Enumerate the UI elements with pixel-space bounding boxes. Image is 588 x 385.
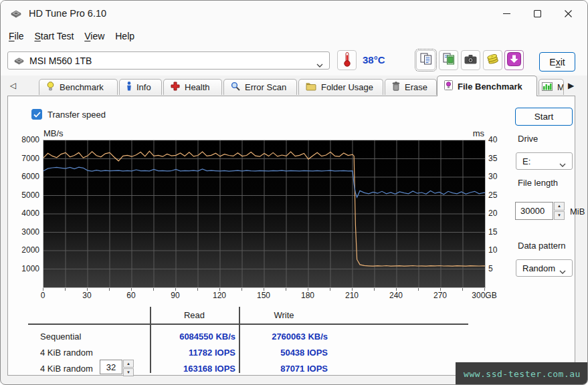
- axis-tick-label: 25: [488, 190, 497, 200]
- chevron-down-icon: [559, 266, 566, 276]
- axis-tick-label: 5: [488, 264, 493, 273]
- axis-tick-label: 8000: [8, 135, 39, 144]
- minimize-button[interactable]: [491, 1, 522, 26]
- axis-tick-label: 1000: [8, 264, 39, 273]
- start-button[interactable]: Start: [515, 108, 573, 126]
- sequential-read-value: 6084550 KB/s: [150, 332, 235, 342]
- check-icon: [33, 112, 41, 118]
- random-qd-write-value: 87071 IOPS: [239, 364, 328, 374]
- tab-label: Health: [185, 82, 210, 92]
- axis-tick-label: 120: [203, 291, 236, 300]
- spinner-up-icon[interactable]: ▲: [554, 202, 565, 211]
- x-axis-tick-mark: [286, 288, 286, 291]
- row-label-4kib-random-qd: 4 KiB random: [40, 364, 93, 374]
- copy-image-button[interactable]: [439, 50, 458, 70]
- close-button[interactable]: [553, 1, 583, 26]
- file-benchmark-panel: Transfer speed MB/s ms 80007000600050004…: [7, 96, 575, 376]
- tab-more[interactable]: M...: [538, 79, 564, 95]
- axis-tick-label: 0: [26, 291, 60, 300]
- file-benchmark-icon: [444, 80, 453, 92]
- toolbar: MSI M560 1TB 38°C: [1, 45, 587, 76]
- info-icon: [126, 82, 132, 93]
- queue-depth-input[interactable]: 32: [100, 360, 122, 374]
- drive-dropdown[interactable]: E:: [516, 152, 573, 170]
- x-axis-tick-mark: [330, 288, 330, 291]
- maximize-button[interactable]: [522, 1, 553, 26]
- spinner-down-icon[interactable]: ▼: [123, 368, 134, 376]
- x-axis-tick-mark: [374, 288, 375, 291]
- disk-icon: [13, 57, 25, 65]
- trash-icon: [392, 82, 400, 93]
- y-right-axis-unit: ms: [431, 128, 484, 138]
- spinner-up-icon[interactable]: ▲: [123, 360, 134, 368]
- tab-label: Folder Usage: [321, 82, 373, 92]
- sequential-write-value: 2760063 KB/s: [239, 332, 328, 342]
- transfer-speed-checkbox[interactable]: [31, 109, 42, 120]
- save-results-button[interactable]: [504, 50, 524, 70]
- file-length-label: File length: [518, 178, 558, 188]
- menu-help[interactable]: Help: [111, 29, 138, 43]
- tab-file-benchmark[interactable]: File Benchmark: [437, 76, 537, 96]
- lightbulb-icon: [46, 82, 55, 93]
- spinner-down-icon[interactable]: ▼: [554, 211, 565, 220]
- axis-tick-label: 6000: [8, 172, 39, 181]
- tab-error-scan[interactable]: Error Scan: [223, 79, 297, 95]
- x-axis-tick-mark: [197, 288, 198, 291]
- copy-image-icon: [443, 53, 455, 68]
- drive-selector-combobox[interactable]: MSI M560 1TB: [7, 51, 330, 70]
- disk-stack-button[interactable]: [483, 50, 502, 70]
- x-axis-tick-mark: [153, 288, 154, 291]
- tab-label: Benchmark: [60, 82, 104, 92]
- tab-info[interactable]: Info: [119, 79, 162, 95]
- axis-tick-label: 300GB: [468, 291, 501, 300]
- chevron-left-icon[interactable]: ◁: [10, 81, 16, 90]
- thermometer-icon: [343, 51, 351, 70]
- menu-view[interactable]: View: [80, 29, 108, 43]
- tab-erase[interactable]: Erase: [385, 79, 437, 95]
- axis-tick-label: 7000: [8, 154, 39, 163]
- app-disk-icon: [10, 9, 22, 18]
- exit-button[interactable]: Exit: [539, 52, 575, 72]
- x-axis-tick-mark: [219, 288, 220, 291]
- queue-depth-value: 32: [106, 362, 116, 372]
- axis-tick-label: 15: [488, 227, 497, 237]
- screenshot-button[interactable]: [461, 50, 480, 70]
- x-axis-tick-mark: [241, 288, 242, 291]
- x-axis-tick-mark: [43, 288, 43, 291]
- tab-health[interactable]: Health: [163, 79, 222, 95]
- folder-icon: [306, 82, 316, 93]
- axis-tick-label: 240: [379, 291, 413, 300]
- data-pattern-label: Data pattern: [518, 241, 566, 251]
- x-axis-tick-mark: [109, 288, 110, 291]
- tab-label: Erase: [405, 82, 427, 92]
- tab-label: M...: [557, 82, 564, 92]
- x-axis-tick-mark: [352, 288, 353, 291]
- tab-benchmark[interactable]: Benchmark: [39, 79, 118, 95]
- tab-label: Info: [136, 82, 151, 92]
- axis-tick-label: 150: [247, 291, 280, 300]
- tab-folder-usage[interactable]: Folder Usage: [298, 79, 383, 95]
- tab-label: File Benchmark: [458, 82, 522, 92]
- title-bar: HD Tune Pro 6.10: [1, 1, 587, 26]
- copy-text-button[interactable]: [416, 50, 435, 70]
- camera-icon: [464, 54, 477, 67]
- x-axis-tick-mark: [418, 288, 419, 291]
- data-pattern-dropdown[interactable]: Random: [516, 259, 573, 277]
- watermark: www.ssd-tester.com.au: [456, 362, 588, 385]
- x-axis-tick-mark: [440, 288, 441, 291]
- axis-tick-label: 210: [335, 291, 369, 300]
- file-length-input[interactable]: 30000: [515, 202, 553, 220]
- menu-start-test[interactable]: Start Test: [30, 29, 78, 43]
- menu-file[interactable]: File: [5, 29, 28, 43]
- random-qd-read-value: 163168 IOPS: [150, 364, 235, 374]
- app-window: HD Tune Pro 6.10 File Start Test View He…: [0, 0, 588, 385]
- axis-tick-label: 5000: [8, 190, 39, 200]
- axis-tick-label: 2000: [8, 245, 39, 255]
- queue-depth-spinner: ▲ ▼: [123, 360, 134, 376]
- axis-tick-label: 30: [488, 172, 497, 181]
- save-download-icon: [507, 52, 521, 69]
- chevron-right-icon[interactable]: ▶: [568, 81, 574, 90]
- temperature-button[interactable]: [337, 50, 357, 70]
- axis-tick-label: 4000: [8, 209, 39, 218]
- axis-tick-label: 60: [114, 291, 148, 300]
